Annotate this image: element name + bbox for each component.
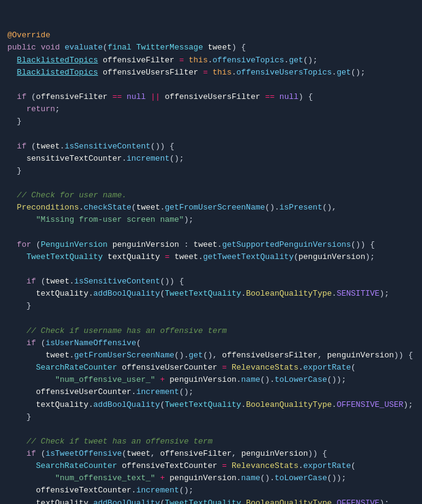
method-offensiveuserstopics: offensiveUsersTopics	[237, 68, 332, 77]
line-5	[0, 79, 422, 91]
line-25: // Check if username has an offensive te…	[0, 325, 422, 337]
type-blacklistedtopics-1: BlacklistedTopics	[17, 56, 98, 65]
line-9	[0, 128, 422, 140]
line-1: @Override	[0, 29, 422, 42]
line-12: }	[0, 165, 422, 177]
method-addboolquality-1: addBoolQuality	[93, 289, 160, 298]
method-istweetoffensive: isTweetOffensive	[45, 449, 122, 458]
line-31: textQuality.addBoolQuality(TweetTextQual…	[0, 399, 422, 411]
method-isusernameffensive: isUserNameOffensive	[45, 338, 136, 348]
line-36: SearchRateCounter offensiveTextCounter =…	[0, 460, 422, 472]
method-get-call-1: get	[289, 56, 303, 65]
line-28: SearchRateCounter offensiveUserCounter =…	[0, 362, 422, 374]
line-19: TweetTextQuality textQuality = tweet.get…	[0, 251, 422, 263]
type-penguinversion: PenguinVersion	[41, 240, 108, 249]
class-preconditions: Preconditions	[17, 203, 79, 212]
comment-3: // Check if tweet has an offensive term	[26, 437, 212, 446]
annotation: @Override	[7, 31, 50, 40]
line-38: offensiveTextCounter.increment();	[0, 484, 422, 497]
line-39: textQuality.addBoolQuality(TweetTextQual…	[0, 497, 422, 504]
comment-1: // Check for user name.	[17, 191, 127, 200]
line-34: // Check if tweet has an offensive term	[0, 436, 422, 448]
method-get-3: get	[188, 351, 202, 360]
line-13	[0, 177, 422, 189]
line-37: "num_offensive_text_" + penguinVersion.n…	[0, 472, 422, 484]
line-2: public void evaluate(final TwitterMessag…	[0, 42, 422, 54]
line-6: if (offensiveFilter == null || offensive…	[0, 91, 422, 103]
type-tweettextquality-1: TweetTextQuality	[26, 252, 103, 261]
line-35: if (isTweetOffensive(tweet, offensiveFil…	[0, 448, 422, 460]
line-17	[0, 227, 422, 239]
method-addboolquality-2: addBoolQuality	[93, 400, 160, 409]
var-offensiveusersfilter: offensiveUsersFilter	[103, 68, 198, 77]
code-editor: @Overridepublic void evaluate(final Twit…	[0, 0, 422, 504]
type-tweettextquality-static-1: TweetTextQuality	[165, 289, 241, 298]
method-get-1: offensiveTopics	[213, 56, 284, 65]
method-increment-2: increment	[136, 387, 179, 396]
line-27: tweet.getFromUserScreenName().get(), off…	[0, 349, 422, 362]
line-14: // Check for user name.	[0, 189, 422, 202]
keyword-if-5: if	[26, 449, 36, 458]
method-exportrate-2: exportRate	[303, 461, 351, 470]
method-increment-1: increment	[127, 154, 169, 163]
method-addboolquality-3: addBoolQuality	[93, 499, 160, 504]
line-22: textQuality.addBoolQuality(TweetTextQual…	[0, 288, 422, 300]
line-3: BlacklistedTopics offensiveFilter = this…	[0, 54, 422, 67]
method-getsupportedpenguinversions: getSupportedPenguinVersions	[222, 240, 351, 249]
line-7: return;	[0, 103, 422, 115]
keyword-return: return	[26, 104, 55, 114]
line-30: offensiveUserCounter.increment();	[0, 386, 422, 398]
line-20	[0, 263, 422, 276]
class-relevancestats-2: RelevanceStats	[232, 461, 298, 470]
type-searchratecounter-2: SearchRateCounter	[36, 461, 117, 470]
method-get-call-2: get	[336, 68, 350, 77]
line-8: }	[0, 115, 422, 128]
type-searchratecounter-1: SearchRateCounter	[36, 363, 117, 372]
method-evaluate: evaluate	[65, 43, 103, 52]
line-21: if (tweet.isSensitiveContent()) {	[0, 276, 422, 288]
line-10: if (tweet.isSensitiveContent()) {	[0, 141, 422, 153]
keyword-if-2: if	[17, 142, 27, 151]
method-ispresent: isPresent	[279, 203, 322, 212]
line-18: for (PenguinVersion penguinVersion : twe…	[0, 239, 422, 251]
method-increment-3: increment	[136, 486, 179, 495]
var-offensivefilter: offensiveFilter	[103, 56, 174, 65]
keyword-if-1: if	[17, 92, 27, 101]
method-checkstate: checkState	[84, 203, 131, 212]
keyword-public: public	[7, 43, 36, 52]
string-missing-name: "Missing from-user screen name"	[36, 215, 184, 224]
string-num-offensive-text: "num_offensive_text_"	[55, 473, 155, 483]
type-tweettextquality-static-3: TweetTextQuality	[165, 499, 241, 504]
method-issensitivecontent-2: isSensitiveContent	[74, 277, 160, 286]
method-getfromuserscreenname-2: getFromUserScreenName	[74, 351, 174, 360]
method-getfromuserscreenname: getFromUserScreenName	[165, 203, 265, 212]
keyword-if-3: if	[26, 277, 36, 286]
line-23: }	[0, 300, 422, 312]
type-blacklistedtopics-2: BlacklistedTopics	[17, 68, 98, 77]
keyword-final: final	[108, 43, 131, 52]
string-num-offensive-user: "num_offensive_user_"	[55, 375, 155, 384]
method-gettweettextquality: getTweetTextQuality	[203, 252, 294, 261]
line-33	[0, 423, 422, 436]
var-tweet: tweet	[208, 43, 232, 52]
type-twittermessage: TwitterMessage	[136, 43, 203, 52]
class-relevancestats-1: RelevanceStats	[232, 363, 298, 372]
line-11: sensitiveTextCounter.increment();	[0, 153, 422, 165]
line-32: }	[0, 411, 422, 423]
method-exportrate-1: exportRate	[303, 363, 351, 372]
line-24	[0, 313, 422, 325]
line-29: "num_offensive_user_" + penguinVersion.n…	[0, 374, 422, 386]
line-16: "Missing from-user screen name");	[0, 214, 422, 226]
type-tweettextquality-static-2: TweetTextQuality	[165, 400, 241, 409]
keyword-this-2: this	[213, 68, 232, 77]
keyword-this-1: this	[189, 56, 208, 65]
line-4: BlacklistedTopics offensiveUsersFilter =…	[0, 67, 422, 79]
line-26: if (isUserNameOffensive(	[0, 337, 422, 349]
keyword-for: for	[17, 240, 31, 249]
method-issensitivecontent-1: isSensitiveContent	[65, 142, 150, 151]
comment-2: // Check if username has an offensive te…	[26, 326, 227, 335]
line-15: Preconditions.checkState(tweet.getFromUs…	[0, 202, 422, 214]
keyword-void: void	[41, 43, 60, 52]
keyword-if-4: if	[26, 338, 36, 348]
